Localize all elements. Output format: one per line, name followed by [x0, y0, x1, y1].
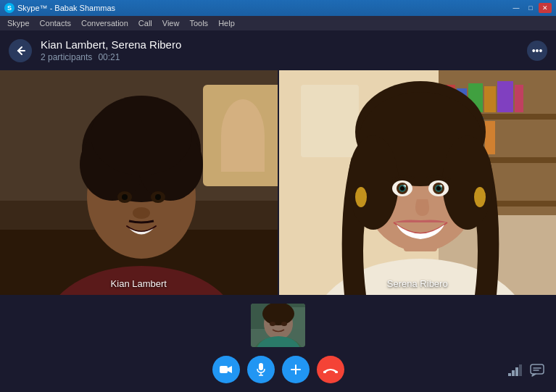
video-tile-serena: Serena Ribero [278, 70, 557, 295]
svg-rect-80 [531, 364, 544, 374]
svg-point-16 [155, 194, 161, 200]
svg-point-42 [348, 135, 399, 230]
end-call-icon [323, 365, 339, 374]
menu-skype[interactable]: Skype [3, 17, 34, 29]
call-name: Kian Lambert, Serena Ribero [41, 38, 527, 51]
serena-label: Serena Ribero [387, 278, 448, 289]
svg-rect-36 [301, 85, 359, 157]
svg-point-17 [133, 207, 150, 219]
menu-tools[interactable]: Tools [185, 17, 212, 29]
kian-video-feed [0, 70, 278, 295]
svg-point-15 [122, 194, 128, 200]
video-icon [220, 364, 233, 375]
call-meta: 2 participants 00:21 [41, 52, 527, 62]
self-view-thumbnail [251, 304, 305, 347]
svg-rect-26 [484, 86, 496, 112]
svg-rect-68 [220, 366, 228, 373]
svg-point-12 [91, 96, 192, 175]
kian-label: Kian Lambert [111, 278, 167, 289]
svg-point-57 [436, 186, 441, 191]
svg-rect-74 [323, 371, 326, 373]
status-icons [508, 364, 544, 380]
svg-rect-75 [335, 371, 338, 373]
back-icon [14, 45, 26, 57]
signal-bars-icon [508, 364, 523, 376]
svg-point-65 [270, 322, 275, 326]
close-button[interactable]: ✕ [539, 3, 552, 13]
svg-point-43 [442, 135, 493, 230]
menu-call[interactable]: Call [134, 17, 157, 29]
self-view-feed [251, 304, 305, 347]
call-info: Kian Lambert, Serena Ribero 2 participan… [41, 38, 527, 62]
svg-rect-76 [508, 373, 511, 376]
menu-view[interactable]: View [158, 17, 184, 29]
video-background-serena [279, 70, 557, 295]
video-toggle-button[interactable] [212, 356, 240, 383]
call-controls [212, 356, 344, 383]
svg-point-52 [355, 187, 367, 207]
title-bar-left: S Skype™ - Babak Shammas [4, 3, 115, 13]
svg-rect-32 [485, 121, 495, 154]
menu-contacts[interactable]: Contacts [36, 17, 75, 29]
svg-rect-4 [221, 135, 265, 172]
svg-point-66 [281, 322, 287, 326]
participants-count: 2 participants [41, 52, 92, 62]
chat-bubble-icon [530, 364, 544, 377]
menu-bar: Skype Contacts Conversation Call View To… [0, 16, 556, 30]
call-header: Kian Lambert, Serena Ribero 2 participan… [0, 30, 556, 70]
menu-conversation[interactable]: Conversation [77, 17, 133, 29]
svg-point-56 [400, 186, 404, 191]
mute-button[interactable] [247, 356, 275, 383]
video-background-kian [0, 70, 278, 295]
video-tile-kian: Kian Lambert [0, 70, 278, 295]
bottom-panel [0, 295, 556, 392]
svg-rect-27 [497, 81, 513, 112]
window-controls: — □ ✕ [510, 3, 552, 13]
svg-rect-69 [259, 363, 263, 370]
video-grid: Kian Lambert [0, 70, 556, 295]
add-icon [289, 363, 302, 376]
call-duration: 00:21 [98, 52, 120, 62]
title-bar: S Skype™ - Babak Shammas — □ ✕ [0, 0, 556, 16]
chat-icon[interactable] [530, 364, 544, 380]
maximize-button[interactable]: □ [524, 3, 537, 13]
skype-logo-icon: S [4, 3, 14, 13]
svg-rect-78 [515, 367, 518, 376]
microphone-icon [256, 363, 266, 376]
title-text: Skype™ - Babak Shammas [17, 4, 115, 12]
svg-rect-79 [519, 364, 522, 376]
svg-rect-77 [512, 370, 515, 376]
back-button[interactable] [9, 39, 32, 62]
svg-point-53 [474, 187, 486, 207]
serena-video-feed [279, 70, 557, 295]
svg-rect-28 [515, 85, 523, 112]
add-participant-button[interactable] [282, 356, 310, 383]
end-call-button[interactable] [317, 356, 344, 383]
minimize-button[interactable]: — [510, 3, 523, 13]
more-options-button[interactable]: ••• [527, 41, 547, 61]
signal-strength-icon[interactable] [508, 364, 523, 380]
menu-help[interactable]: Help [214, 17, 239, 29]
